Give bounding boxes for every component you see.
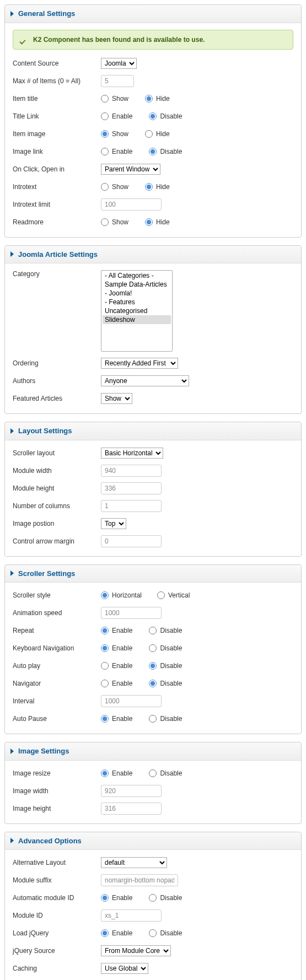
category-option[interactable]: Uncategorised (103, 306, 171, 315)
keyboard-disable-radio[interactable] (149, 644, 157, 652)
introtext-show-radio[interactable] (101, 183, 109, 191)
image-settings-header[interactable]: Image Settings (5, 742, 301, 761)
image-link-disable-radio[interactable] (149, 148, 157, 155)
speed-input[interactable] (101, 607, 162, 619)
info-text: K2 Component has been found and is avail… (33, 36, 205, 44)
module-width-input[interactable] (101, 465, 162, 477)
radio-label: Enable (112, 644, 132, 652)
auto-id-enable-radio[interactable] (101, 894, 109, 902)
module-id-input[interactable] (101, 909, 162, 922)
authors-select[interactable]: Anyone (101, 375, 189, 386)
radio-label: Show (112, 95, 128, 103)
max-items-input[interactable] (101, 75, 134, 87)
featured-select[interactable]: Show (101, 393, 132, 404)
layout-settings-header[interactable]: Layout Settings (5, 422, 301, 440)
joomla-settings-panel: Joomla Article Settings Category - All C… (4, 245, 302, 414)
radio-label: Show (112, 130, 128, 138)
keyboard-label: Keyboard Navigation (13, 644, 101, 652)
category-option[interactable]: Sample Data-Articles (103, 280, 171, 289)
featured-label: Featured Articles (13, 395, 101, 402)
auto-id-disable-radio[interactable] (149, 894, 157, 902)
radio-label: Enable (112, 769, 132, 777)
num-columns-input[interactable] (101, 500, 162, 512)
radio-label: Enable (112, 662, 132, 670)
category-option[interactable]: - All Categories - (103, 271, 171, 280)
category-option[interactable]: - Joomla! (103, 289, 171, 298)
item-image-label: Item image (13, 130, 101, 138)
style-horizontal-radio[interactable] (101, 591, 109, 599)
ordering-select[interactable]: Recently Added First (101, 358, 178, 369)
scroller-layout-select[interactable]: Basic Horizontal (101, 448, 163, 459)
navigator-label: Navigator (13, 680, 101, 687)
navigator-disable-radio[interactable] (149, 680, 157, 687)
category-option[interactable]: Slideshow (103, 315, 171, 324)
joomla-settings-header[interactable]: Joomla Article Settings (5, 246, 301, 264)
autoplay-enable-radio[interactable] (101, 662, 109, 670)
radio-label: Disable (160, 894, 182, 902)
caching-label: Caching (13, 965, 101, 972)
repeat-label: Repeat (13, 627, 101, 634)
module-height-input[interactable] (101, 482, 162, 494)
control-margin-label: Control arrow margin (13, 537, 101, 545)
image-height-input[interactable] (101, 803, 162, 815)
caching-select[interactable]: Use Global (101, 963, 148, 974)
category-select[interactable]: - All Categories - Sample Data-Articles … (101, 270, 173, 352)
image-position-label: Image postion (13, 520, 101, 527)
image-width-input[interactable] (101, 785, 162, 797)
style-vertical-radio[interactable] (157, 591, 165, 599)
image-height-label: Image height (13, 805, 101, 812)
image-position-select[interactable]: Top (101, 518, 126, 529)
repeat-disable-radio[interactable] (149, 627, 157, 634)
category-option[interactable]: - Features (103, 298, 171, 306)
interval-input[interactable] (101, 695, 162, 707)
radio-label: Disable (160, 929, 182, 937)
radio-label: Hide (156, 218, 170, 226)
arrow-icon (10, 428, 14, 434)
navigator-enable-radio[interactable] (101, 680, 109, 687)
radio-label: Enable (112, 148, 132, 155)
num-columns-label: Number of columns (13, 502, 101, 510)
title-link-enable-radio[interactable] (101, 112, 109, 120)
resize-disable-radio[interactable] (149, 769, 157, 777)
alt-layout-select[interactable]: default (101, 857, 167, 868)
autopause-disable-radio[interactable] (149, 715, 157, 723)
scroller-layout-label: Scroller layout (13, 449, 101, 457)
readmore-hide-radio[interactable] (145, 218, 153, 226)
autoplay-disable-radio[interactable] (149, 662, 157, 670)
radio-label: Disable (160, 627, 182, 634)
introtext-limit-input[interactable] (101, 198, 162, 211)
radio-label: Show (112, 218, 128, 226)
on-click-select[interactable]: Parent Window (101, 164, 160, 175)
content-source-select[interactable]: Joomla (101, 58, 137, 69)
jquery-disable-radio[interactable] (149, 929, 157, 937)
keyboard-enable-radio[interactable] (101, 644, 109, 652)
advanced-options-header[interactable]: Advanced Options (5, 832, 301, 850)
title-link-disable-radio[interactable] (149, 112, 157, 120)
radio-label: Disable (160, 680, 182, 687)
item-image-hide-radio[interactable] (145, 130, 153, 138)
repeat-enable-radio[interactable] (101, 627, 109, 634)
readmore-show-radio[interactable] (101, 218, 109, 226)
item-title-show-radio[interactable] (101, 95, 109, 103)
jq-source-select[interactable]: From Module Core (101, 945, 171, 956)
control-margin-input[interactable] (101, 535, 162, 547)
scroller-settings-header[interactable]: Scroller Settings (5, 565, 301, 583)
suffix-input[interactable] (101, 874, 178, 886)
arrow-icon (10, 251, 14, 257)
speed-label: Animation speed (13, 609, 101, 617)
general-settings-header[interactable]: General Settings (5, 5, 301, 23)
suffix-label: Module suffix (13, 876, 101, 884)
panel-title-text: Advanced Options (18, 837, 82, 845)
image-link-enable-radio[interactable] (101, 148, 109, 155)
radio-label: Disable (160, 769, 182, 777)
radio-label: Disable (160, 112, 182, 120)
image-width-label: Image width (13, 787, 101, 795)
resize-enable-radio[interactable] (101, 769, 109, 777)
autopause-enable-radio[interactable] (101, 715, 109, 723)
jquery-enable-radio[interactable] (101, 929, 109, 937)
radio-label: Hide (156, 95, 170, 103)
item-title-hide-radio[interactable] (145, 95, 153, 103)
panel-title-text: Scroller Settings (18, 569, 75, 578)
introtext-hide-radio[interactable] (145, 183, 153, 191)
item-image-show-radio[interactable] (101, 130, 109, 138)
